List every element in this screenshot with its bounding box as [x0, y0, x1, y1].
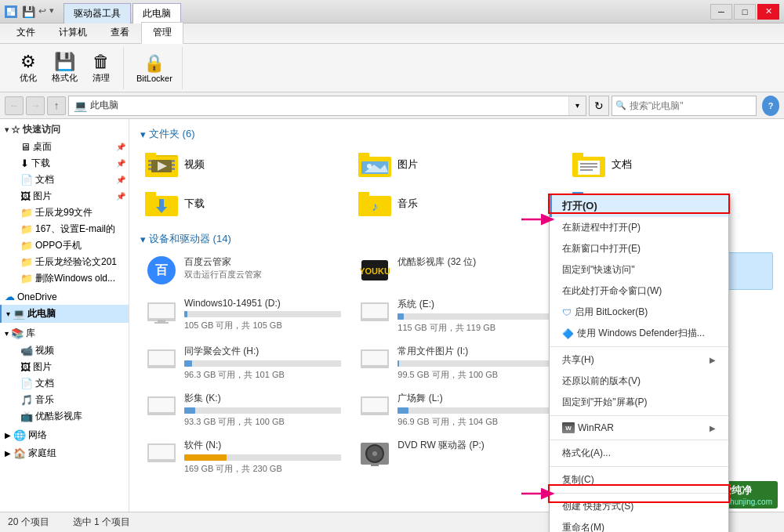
drive-baidu[interactable]: 百 百度云管家 双击运行百度云管家	[140, 252, 346, 290]
nav-back-button[interactable]: ←	[5, 96, 24, 115]
ctx-open-cmd[interactable]: 在此处打开命令窗口(W)	[550, 280, 728, 302]
folder-music[interactable]: ♪ 音乐	[354, 186, 559, 221]
minimize-button[interactable]: ─	[710, 4, 732, 20]
save-icon[interactable]: 💾	[22, 5, 35, 18]
svg-rect-29	[159, 199, 164, 207]
sidebar-item-downloads[interactable]: ⬇ 下载 📌	[17, 155, 129, 172]
drive-k[interactable]: 影集 (K:) 93.3 GB 可用，共 100 GB	[140, 389, 346, 431]
search-input[interactable]	[630, 100, 756, 111]
drive-d[interactable]: Windows10-14951 (D:) 105 GB 可用，共 105 GB	[140, 295, 346, 337]
sidebar-lib-docs[interactable]: 📄 文档	[17, 375, 129, 392]
ctx-restore[interactable]: 还原以前的版本(V)	[550, 371, 728, 392]
nav-forward-button[interactable]: →	[26, 96, 45, 115]
drive-e[interactable]: 系统 (E:) 115 GB 可用，共 119 GB	[354, 295, 559, 337]
tab-this-pc[interactable]: 此电脑	[132, 3, 181, 24]
ribbon-btn-cleanup[interactable]: 🗑 清理	[84, 49, 118, 87]
music-lib-icon: 🎵	[20, 394, 33, 406]
sidebar-lib-pictures[interactable]: 🖼 图片	[17, 359, 129, 375]
sidebar-quick-access-header[interactable]: ▾ ☆ 快速访问	[0, 121, 129, 139]
folders-section-header[interactable]: ▾ 文件夹 (6)	[140, 127, 773, 141]
sidebar-network[interactable]: ▶ 🌐 网络	[0, 426, 129, 444]
svg-rect-52	[154, 322, 169, 324]
search-box[interactable]: 🔍	[612, 96, 757, 116]
ctx-format[interactable]: 格式化(A)...	[550, 443, 728, 464]
drive-k-info: 影集 (K:) 93.3 GB 可用，共 100 GB	[184, 392, 341, 428]
ctx-pin-start[interactable]: 固定到"开始"屏幕(P)	[550, 392, 728, 413]
tab-view[interactable]: 查看	[99, 22, 141, 43]
tab-manage[interactable]: 管理	[141, 22, 183, 44]
ctx-bitlocker[interactable]: 🛡 启用 BitLocker(B)	[550, 302, 728, 323]
ctx-open-new-process[interactable]: 在新进程中打开(P)	[550, 217, 728, 238]
address-path-container[interactable]: 💻 此电脑 ▾	[68, 96, 586, 116]
drive-l[interactable]: 广场舞 (L:) 96.9 GB 可用，共 104 GB	[354, 389, 559, 431]
sidebar-item-windows-old[interactable]: 📁 删除Windows old...	[17, 270, 129, 287]
folder-pictures[interactable]: 图片	[354, 147, 559, 182]
ctx-winrar[interactable]: W WinRAR ▶	[550, 418, 728, 437]
pictures-folder-icon: 🖼	[20, 190, 31, 202]
sidebar-this-pc[interactable]: ▾ 💻 此电脑	[0, 305, 129, 323]
ribbon-btn-format[interactable]: 💾 格式化	[47, 49, 82, 87]
close-button[interactable]: ✕	[757, 4, 779, 20]
music-folder-icon: ♪	[358, 190, 391, 218]
undo-icon[interactable]: ↩	[38, 5, 46, 18]
ribbon-btn-bitlocker[interactable]: 🔒 BitLocker	[132, 50, 177, 86]
tab-file[interactable]: 文件	[5, 22, 47, 43]
sidebar-lib-video[interactable]: 📹 视频	[17, 342, 129, 359]
svg-rect-10	[148, 164, 151, 166]
sidebar-item-longyear[interactable]: 📁 壬辰龙99文件	[17, 204, 129, 221]
ribbon-btn-optimize[interactable]: ⚙ 优化	[11, 49, 45, 87]
ctx-rename[interactable]: 重命名(M)	[550, 517, 728, 532]
svg-rect-11	[148, 168, 151, 170]
ctx-shield-icon: 🛡	[562, 307, 572, 318]
ctx-pin-quick-access[interactable]: 固定到"快速访问"	[550, 259, 728, 280]
ctx-open-new-window[interactable]: 在新窗口中打开(E)	[550, 238, 728, 259]
winrar-icon: W	[562, 422, 575, 433]
ctx-defender[interactable]: 🔷 使用 Windows Defender扫描...	[550, 323, 728, 344]
address-bar: ← → ↑ 💻 此电脑 ▾ ↻ 🔍 ?	[0, 92, 784, 119]
drive-n-bar	[184, 454, 227, 461]
sidebar-item-oppo[interactable]: 📁 OPPO手机	[17, 237, 129, 254]
sidebar-onedrive[interactable]: ☁ OneDrive	[0, 288, 129, 305]
ctx-share[interactable]: 共享(H) ▶	[550, 349, 728, 371]
sidebar-item-pictures[interactable]: 🖼 图片 📌	[17, 188, 129, 204]
sidebar-homegroup[interactable]: ▶ 🏠 家庭组	[0, 444, 129, 462]
folder-video[interactable]: 视频	[140, 147, 346, 182]
ctx-open[interactable]: 打开(O)	[550, 195, 728, 217]
sidebar-item-docs[interactable]: 📄 文档 📌	[17, 172, 129, 188]
sidebar-item-email[interactable]: 📁 167、设置E-mail的	[17, 221, 129, 237]
svg-rect-3	[11, 12, 15, 16]
format-icon: 💾	[54, 52, 75, 72]
video-folder-icon	[145, 150, 178, 179]
quick-access-star-icon: ☆	[11, 124, 20, 136]
folder-icon-4: 📁	[20, 256, 33, 268]
tab-computer[interactable]: 计算机	[47, 22, 99, 43]
nav-up-button[interactable]: ↑	[47, 96, 66, 115]
help-button[interactable]: ?	[762, 96, 779, 116]
drive-h-info: 同学聚会文件 (H:) 96.3 GB 可用，共 101 GB	[184, 345, 341, 381]
maximize-button[interactable]: □	[734, 4, 756, 20]
refresh-button[interactable]: ↻	[589, 96, 609, 116]
tab-driver-tool[interactable]: 驱动器工具	[64, 3, 131, 24]
sidebar-lib-youku[interactable]: 📺 优酷影视库	[17, 408, 129, 425]
customize-icon[interactable]: ▾	[49, 5, 54, 18]
ctx-create-shortcut[interactable]: 创建 快捷方式(S)	[550, 496, 728, 517]
drive-n-bar-bg	[184, 454, 341, 461]
folder-downloads[interactable]: 下载	[140, 186, 346, 221]
sidebar-item-desktop[interactable]: 🖥 桌面 📌	[17, 139, 129, 155]
ctx-copy[interactable]: 复制(C)	[550, 469, 728, 490]
sidebar-item-thesis[interactable]: 📁 壬辰龙经验论文201	[17, 254, 129, 270]
drive-p[interactable]: DVD RW 驱动器 (P:)	[354, 436, 559, 478]
sidebar-libraries-header[interactable]: ▾ 📚 库	[0, 324, 129, 342]
ctx-divider-4	[550, 466, 728, 467]
svg-rect-24	[580, 163, 597, 165]
drive-k-bar	[184, 407, 195, 414]
drive-youku[interactable]: YOUKU 优酷影视库 (32 位)	[354, 252, 559, 290]
folder-docs[interactable]: 文档	[568, 147, 773, 182]
drive-h-bar	[184, 360, 192, 367]
sidebar-lib-music[interactable]: 🎵 音乐	[17, 392, 129, 408]
address-dropdown-button[interactable]: ▾	[568, 96, 586, 115]
drive-i[interactable]: 常用文件图片 (I:) 99.5 GB 可用，共 100 GB	[354, 342, 559, 384]
drive-n[interactable]: 软件 (N:) 169 GB 可用，共 230 GB	[140, 436, 346, 478]
svg-rect-63	[149, 398, 174, 412]
drive-h[interactable]: 同学聚会文件 (H:) 96.3 GB 可用，共 101 GB	[140, 342, 346, 384]
